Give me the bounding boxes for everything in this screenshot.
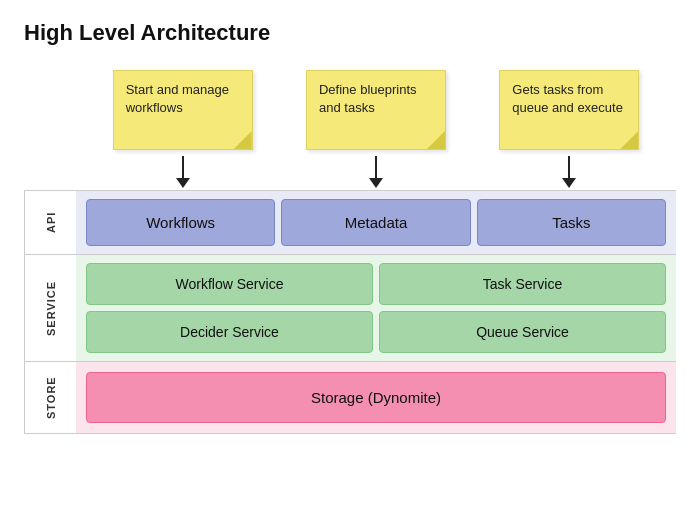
api-section: API Workflows Metadata Tasks [24, 190, 676, 254]
store-content: Storage (Dynomite) [76, 362, 676, 433]
store-box-dynomite: Storage (Dynomite) [86, 372, 666, 423]
api-box-tasks: Tasks [477, 199, 666, 246]
arrow-tasks [499, 154, 639, 190]
notes-inner: Start and manage workflows Define bluepr… [76, 70, 676, 150]
store-section: STORE Storage (Dynomite) [24, 361, 676, 434]
note-text-tasks: Gets tasks from queue and execute [512, 82, 623, 115]
service-box-task: Task Service [379, 263, 666, 305]
arrows-row [24, 154, 676, 190]
service-box-workflow: Workflow Service [86, 263, 373, 305]
note-text-workflows: Start and manage workflows [126, 82, 229, 115]
sticky-note-workflows: Start and manage workflows [113, 70, 253, 150]
arrow-workflows [113, 154, 253, 190]
sticky-note-tasks: Gets tasks from queue and execute [499, 70, 639, 150]
architecture-diagram: Start and manage workflows Define bluepr… [24, 70, 676, 434]
arrows-inner [76, 154, 676, 190]
service-content: Workflow Service Task Service Decider Se… [76, 255, 676, 361]
notes-row: Start and manage workflows Define bluepr… [24, 70, 676, 150]
sticky-note-metadata: Define blueprints and tasks [306, 70, 446, 150]
api-label: API [24, 191, 76, 254]
service-box-decider: Decider Service [86, 311, 373, 353]
service-label: SERVICE [24, 255, 76, 361]
store-label: STORE [24, 362, 76, 433]
service-box-queue: Queue Service [379, 311, 666, 353]
note-text-metadata: Define blueprints and tasks [319, 82, 417, 115]
service-section: SERVICE Workflow Service Task Service De… [24, 254, 676, 361]
arrow-metadata [306, 154, 446, 190]
api-box-workflows: Workflows [86, 199, 275, 246]
page-title: High Level Architecture [24, 20, 676, 46]
api-box-metadata: Metadata [281, 199, 470, 246]
api-content: Workflows Metadata Tasks [76, 191, 676, 254]
